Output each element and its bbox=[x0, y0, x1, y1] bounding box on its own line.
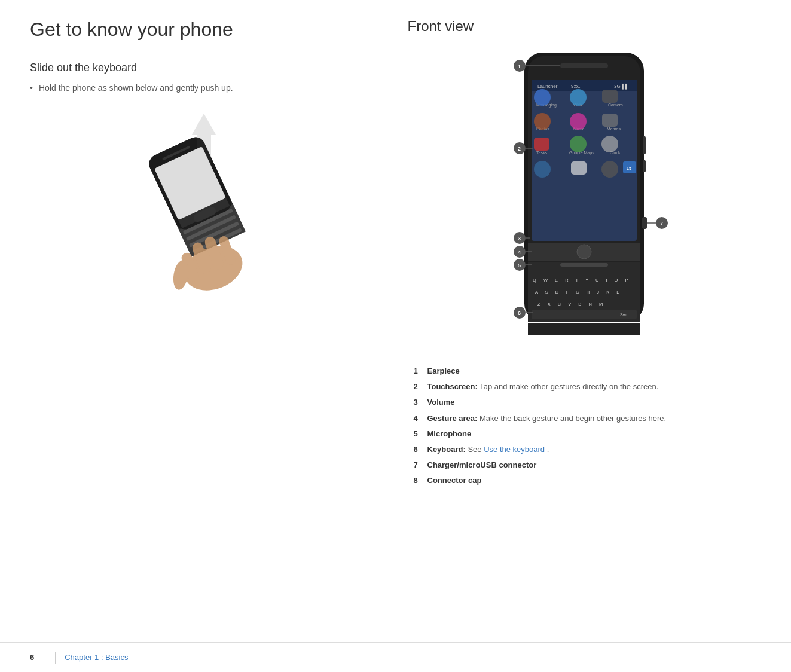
svg-text:6: 6 bbox=[518, 310, 521, 316]
svg-point-30 bbox=[570, 89, 587, 106]
page-title: Get to know your phone bbox=[30, 18, 372, 41]
footer-divider bbox=[55, 652, 56, 664]
svg-text:7: 7 bbox=[660, 221, 663, 227]
feature-num-2: 2 bbox=[414, 381, 423, 392]
svg-text:Z X C V B N M: Z X C V B N M bbox=[537, 301, 606, 307]
feature-item-6: 6 Keyboard: See Use the keyboard . bbox=[414, 444, 762, 455]
svg-marker-7 bbox=[192, 114, 216, 135]
footer-page-num: 6 bbox=[30, 653, 34, 662]
feature-num-8: 8 bbox=[414, 475, 423, 486]
svg-text:Sym: Sym bbox=[620, 313, 628, 317]
svg-point-46 bbox=[601, 161, 618, 178]
svg-point-29 bbox=[534, 89, 551, 106]
feature-num-7: 7 bbox=[414, 460, 423, 471]
svg-text:3G ▌▌: 3G ▌▌ bbox=[614, 83, 628, 90]
right-column: Front view Launcher 9:51 3G ▌▌ Messaging bbox=[396, 18, 762, 636]
feature-num-1: 1 bbox=[414, 366, 423, 377]
feature-text-8: Connector cap bbox=[427, 475, 482, 486]
feature-text-4: Gesture area: Make the back gesture and … bbox=[427, 413, 667, 424]
feature-item-1: 1 Earpiece bbox=[414, 366, 762, 377]
svg-rect-45 bbox=[571, 161, 587, 175]
main-content: Get to know your phone Slide out the key… bbox=[0, 0, 791, 672]
svg-rect-31 bbox=[602, 90, 618, 103]
svg-text:9:51: 9:51 bbox=[571, 84, 581, 89]
svg-text:1: 1 bbox=[518, 63, 521, 69]
phone-front-svg: Launcher 9:51 3G ▌▌ Messaging Web Camera… bbox=[482, 47, 686, 352]
svg-point-42 bbox=[570, 136, 587, 152]
feature-text-1: Earpiece bbox=[427, 366, 460, 377]
feature-num-6: 6 bbox=[414, 444, 423, 455]
feature-item-4: 4 Gesture area: Make the back gesture an… bbox=[414, 413, 762, 424]
svg-text:Memos: Memos bbox=[607, 127, 621, 131]
bullet-point: Hold the phone as shown below and gently… bbox=[30, 83, 372, 93]
phone-front-container: Launcher 9:51 3G ▌▌ Messaging Web Camera… bbox=[482, 47, 686, 354]
feature-text-6: Keyboard: See Use the keyboard . bbox=[427, 444, 549, 455]
feature-num-4: 4 bbox=[414, 413, 423, 424]
footer-chapter: Chapter 1 : Basics bbox=[65, 653, 128, 662]
svg-point-36 bbox=[570, 113, 587, 130]
svg-text:15: 15 bbox=[627, 166, 631, 170]
left-column: Get to know your phone Slide out the key… bbox=[30, 18, 396, 636]
svg-point-35 bbox=[534, 113, 551, 130]
svg-text:4: 4 bbox=[518, 249, 521, 255]
features-list: 1 Earpiece 2 Touchscreen: Tap and make o… bbox=[408, 366, 762, 487]
page-container: Get to know your phone Slide out the key… bbox=[0, 0, 791, 672]
page-footer: 6 Chapter 1 : Basics bbox=[0, 642, 791, 672]
svg-text:Camera: Camera bbox=[608, 103, 623, 107]
svg-point-44 bbox=[534, 161, 551, 178]
feature-item-3: 3 Volume bbox=[414, 397, 762, 408]
svg-text:Q W E R T Y U I O P: Q W E R T Y U I O P bbox=[533, 277, 631, 283]
feature-item-7: 7 Charger/microUSB connector bbox=[414, 460, 762, 471]
feature-text-2: Touchscreen: Tap and make other gestures… bbox=[427, 381, 659, 392]
feature-text-5: Microphone bbox=[427, 429, 472, 439]
svg-text:5: 5 bbox=[518, 262, 521, 268]
feature-num-3: 3 bbox=[414, 397, 423, 408]
svg-text:Tasks: Tasks bbox=[536, 151, 547, 155]
front-view-title: Front view bbox=[408, 18, 762, 35]
feature-item-2: 2 Touchscreen: Tap and make other gestur… bbox=[414, 381, 762, 392]
svg-point-50 bbox=[577, 245, 591, 259]
svg-rect-59 bbox=[528, 323, 640, 335]
svg-rect-60 bbox=[560, 63, 608, 68]
slide-phone-svg bbox=[117, 105, 285, 308]
svg-rect-52 bbox=[560, 263, 608, 267]
svg-rect-84 bbox=[643, 160, 646, 172]
feature-num-5: 5 bbox=[414, 429, 423, 439]
feature-item-8: 8 Connector cap bbox=[414, 475, 762, 486]
phone-slide-illustration bbox=[117, 105, 285, 308]
section-title: Slide out the keyboard bbox=[30, 62, 372, 74]
svg-text:3: 3 bbox=[518, 236, 521, 242]
feature-text-7: Charger/microUSB connector bbox=[427, 460, 537, 471]
svg-text:2: 2 bbox=[518, 146, 521, 152]
svg-rect-80 bbox=[642, 217, 647, 229]
svg-rect-41 bbox=[534, 138, 549, 151]
feature-item-5: 5 Microphone bbox=[414, 429, 762, 439]
svg-rect-37 bbox=[602, 114, 618, 127]
keyboard-link[interactable]: Use the keyboard bbox=[484, 445, 545, 454]
feature-text-3: Volume bbox=[427, 397, 455, 408]
svg-point-43 bbox=[601, 136, 618, 152]
svg-text:Launcher: Launcher bbox=[537, 84, 558, 89]
svg-text:A S D F G H J K L: A S D F G H J K L bbox=[535, 289, 622, 295]
svg-rect-83 bbox=[643, 136, 646, 154]
